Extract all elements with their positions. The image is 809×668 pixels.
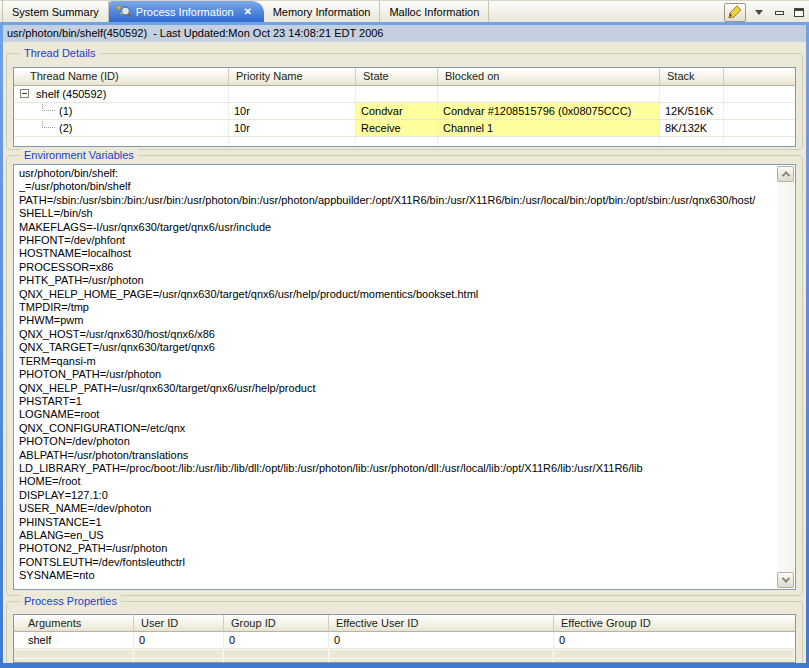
- process-properties-row[interactable]: shelf 0 0 0 0: [14, 632, 795, 649]
- tree-branch-icon: [42, 120, 55, 128]
- process-information-icon: [116, 4, 132, 19]
- chevron-up-icon: [781, 171, 789, 179]
- process-properties-label: Process Properties: [20, 595, 121, 608]
- tab-label: Memory Information: [273, 6, 371, 18]
- thread-name: (2): [59, 122, 72, 134]
- effective-group-id-value: 0: [554, 632, 795, 648]
- process-information-view: System Summary Process Information ✕ Mem…: [0, 0, 809, 668]
- thread-row[interactable]: (1) 10r Condvar Condvar #1208515796 (0x0…: [14, 103, 795, 120]
- environment-variables-label: Environment Variables: [20, 149, 138, 162]
- thread-priority: 10r: [229, 120, 356, 136]
- thread-state: Receive: [356, 120, 438, 136]
- column-header-blocked-on[interactable]: Blocked on: [438, 68, 660, 85]
- column-header-state[interactable]: State: [356, 68, 438, 85]
- column-header-effective-user-id[interactable]: Effective User ID: [329, 615, 554, 631]
- tab-memory-information[interactable]: Memory Information: [264, 1, 381, 22]
- view-toolbar: [724, 3, 806, 22]
- props-table-filler: [14, 658, 795, 663]
- view-content: Thread Details Thread Name (ID) Priority…: [3, 42, 806, 663]
- arguments-value: shelf: [14, 632, 134, 648]
- props-table-filler: [14, 649, 795, 658]
- minimize-icon: [775, 11, 784, 15]
- process-node-label: shelf (450592): [36, 88, 106, 100]
- environment-variables-text: usr/photon/bin/shelf: _=/usr/photon/bin/…: [19, 167, 775, 588]
- column-header-effective-group-id[interactable]: Effective Group ID: [554, 615, 795, 631]
- column-header-group-id[interactable]: Group ID: [224, 615, 329, 631]
- column-header-empty: [724, 68, 795, 85]
- column-header-user-id[interactable]: User ID: [134, 615, 224, 631]
- environment-variables-group: Environment Variables usr/photon/bin/she…: [6, 155, 803, 596]
- maximize-button[interactable]: [792, 6, 806, 20]
- thread-blocked-on: Condvar #1208515796 (0x08075CCC): [438, 103, 660, 119]
- thread-table-header: Thread Name (ID) Priority Name State Blo…: [14, 68, 795, 86]
- scroll-down-button[interactable]: [777, 572, 794, 588]
- column-header-priority[interactable]: Priority Name: [229, 68, 356, 85]
- log-button[interactable]: [724, 3, 746, 22]
- close-icon[interactable]: ✕: [242, 6, 254, 18]
- column-header-thread-name[interactable]: Thread Name (ID): [14, 68, 229, 85]
- tree-branch-icon: [42, 103, 55, 111]
- process-properties-header: Arguments User ID Group ID Effective Use…: [14, 615, 795, 632]
- view-menu-icon: [755, 10, 763, 15]
- user-id-value: 0: [134, 632, 224, 648]
- tab-process-information[interactable]: Process Information ✕: [109, 1, 264, 22]
- pencil-icon: [728, 5, 742, 21]
- view-tab-bar: System Summary Process Information ✕ Mem…: [0, 0, 809, 22]
- process-properties-table: Arguments User ID Group ID Effective Use…: [13, 614, 796, 663]
- maximize-icon: [794, 8, 804, 17]
- view-frame: usr/photon/bin/shelf(450592) - Last Upda…: [0, 22, 809, 668]
- view-menu-button[interactable]: [752, 6, 766, 20]
- process-properties-group: Process Properties Arguments User ID Gro…: [6, 601, 803, 663]
- column-header-arguments[interactable]: Arguments: [14, 615, 134, 631]
- tab-malloc-information[interactable]: Malloc Information: [380, 1, 489, 22]
- process-title-bar: usr/photon/bin/shelf(450592) - Last Upda…: [3, 25, 806, 42]
- effective-user-id-value: 0: [329, 632, 554, 648]
- scroll-up-button[interactable]: [777, 166, 794, 182]
- thread-table: Thread Name (ID) Priority Name State Blo…: [13, 67, 796, 147]
- thread-stack: 8K/132K: [660, 120, 724, 136]
- tree-collapse-icon[interactable]: [20, 89, 29, 98]
- thread-details-label: Thread Details: [20, 47, 100, 60]
- tab-label: System Summary: [12, 6, 99, 18]
- vertical-scrollbar[interactable]: [777, 166, 794, 588]
- thread-state: Condvar: [356, 103, 438, 119]
- chevron-down-icon: [781, 574, 789, 582]
- thread-details-group: Thread Details Thread Name (ID) Priority…: [6, 53, 803, 150]
- thread-blocked-on: Channel 1: [438, 120, 660, 136]
- thread-name: (1): [59, 105, 72, 117]
- thread-table-filler: [14, 137, 795, 147]
- thread-root-row[interactable]: shelf (450592): [14, 86, 795, 103]
- minimize-button[interactable]: [772, 6, 786, 20]
- group-id-value: 0: [224, 632, 329, 648]
- thread-stack: 12K/516K: [660, 103, 724, 119]
- tab-system-summary[interactable]: System Summary: [2, 1, 109, 22]
- tab-label: Malloc Information: [389, 6, 479, 18]
- environment-variables-textarea[interactable]: usr/photon/bin/shelf: _=/usr/photon/bin/…: [13, 164, 796, 590]
- thread-row[interactable]: (2) 10r Receive Channel 1 8K/132K: [14, 120, 795, 137]
- tab-label: Process Information: [136, 6, 234, 18]
- column-header-stack[interactable]: Stack: [660, 68, 724, 85]
- thread-priority: 10r: [229, 103, 356, 119]
